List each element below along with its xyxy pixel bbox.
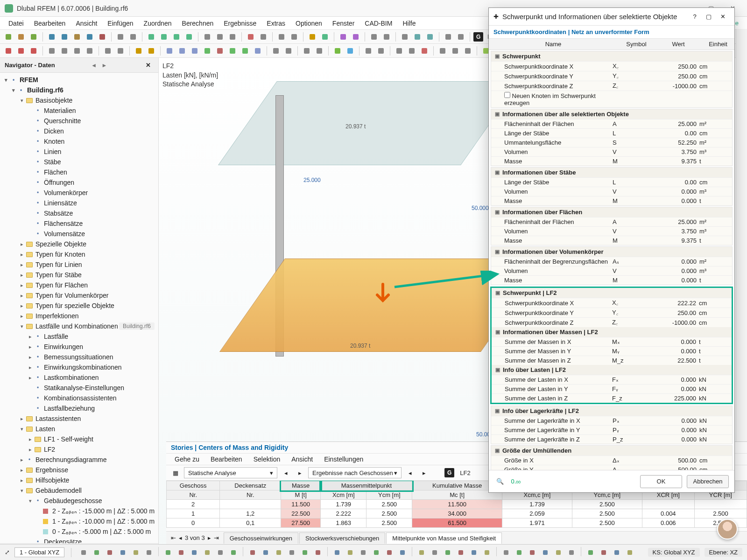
status-tool-26[interactable] [442, 547, 453, 558]
toolbar-btn-tb1-10[interactable] [115, 31, 126, 42]
status-tool-2[interactable] [104, 547, 115, 558]
status-tool-20[interactable] [358, 547, 369, 558]
toolbar-btn-tb2-24[interactable] [270, 45, 282, 56]
toolbar-btn-tb1-7[interactable] [84, 31, 95, 42]
status-tool-6[interactable] [162, 547, 174, 558]
section-informationen-ber-volumenk-rper[interactable]: ▣Informationen über Volumenkörper [491, 247, 732, 257]
menu-einfügen[interactable]: Einfügen [103, 18, 138, 28]
results-menu-gehe zu[interactable]: Gehe zu [170, 455, 204, 464]
tree-liniens-tze[interactable]: •Liniensätze [1, 198, 157, 208]
menu-ansicht[interactable]: Ansicht [71, 18, 102, 28]
status-tool-7[interactable] [176, 547, 187, 558]
navigator-next-icon[interactable]: ▸ [99, 62, 109, 69]
dialog-max-icon[interactable]: ▢ [702, 13, 716, 20]
dialog-help-icon[interactable]: ? [688, 13, 702, 20]
status-tool-29[interactable] [481, 547, 493, 558]
toolbar-btn-tb1-32[interactable] [350, 31, 361, 42]
tree-berechnungsdiagramme[interactable]: ▸•Berechnungsdiagramme [1, 455, 157, 465]
status-tool-1[interactable] [91, 547, 102, 558]
tree-einwirkungskombinationen[interactable]: ▸•Einwirkungskombinationen [1, 362, 157, 372]
toolbar-btn-tb2-19[interactable] [214, 45, 226, 56]
toolbar-btn-tb2-20[interactable] [227, 45, 238, 56]
toolbar-btn-tb1-31[interactable] [338, 31, 349, 42]
tree-1-z-10-000-m-z-5-000-m[interactable]: 1 - Zₒᵦₑₙ : -10.000 m | ΔZ : 5.000 m [1, 516, 157, 526]
section-informationen-ber-massen-lf2[interactable]: ▣Informationen über Massen | LF2 [492, 327, 732, 337]
menu-optionen[interactable]: Optionen [291, 18, 327, 28]
toolbar-btn-tb2-10[interactable] [115, 45, 126, 56]
tree-building-rf6[interactable]: ▾•Building.rf6 [1, 85, 157, 95]
tree-lastassistenten[interactable]: ▸Lastassistenten [1, 413, 157, 424]
status-tool-32[interactable] [527, 547, 538, 558]
toolbar-btn-tb2-12[interactable] [133, 45, 144, 56]
results-menu-selektion[interactable]: Selektion [249, 455, 285, 464]
status-tool-3[interactable] [117, 547, 128, 558]
toolbar-btn-tb1-1[interactable] [15, 31, 27, 42]
create-node-checkbox[interactable] [504, 92, 510, 98]
toolbar-btn-tb1-28[interactable] [307, 31, 318, 42]
status-tool-0[interactable] [78, 547, 89, 558]
toolbar-btn-tb1-16[interactable] [183, 31, 195, 42]
status-tool-38[interactable] [611, 547, 622, 558]
toolbar-btn-tb2-42[interactable] [462, 45, 473, 56]
tree-typen-f-r-spezielle-objekte[interactable]: ▸Typen für spezielle Objekte [1, 301, 157, 311]
story-results-combo[interactable]: Ergebnisse nach Geschossen▾ [308, 467, 402, 478]
section-informationen-ber-alle-selektierten-obje[interactable]: ▣Informationen über alle selektierten Ob… [491, 109, 732, 119]
tree-ergebnisse[interactable]: ▸Ergebnisse [1, 465, 157, 475]
status-tool-23[interactable] [397, 547, 408, 558]
menu-datei[interactable]: Datei [4, 18, 28, 28]
toolbar-btn-tb1-20[interactable] [227, 31, 238, 42]
tree-lastf-lle[interactable]: ▸•Lastfälle [1, 331, 157, 342]
toolbar-btn-tb1-0[interactable] [3, 31, 14, 42]
tree-lastf-lle-und-kombinationen[interactable]: ▾Lastfälle und KombinationenBuilding.rf6 [1, 321, 157, 331]
toolbar-btn-tb2-13[interactable] [146, 45, 157, 56]
toolbar-btn-tb2-25[interactable] [283, 45, 294, 56]
status-tool-22[interactable] [384, 547, 395, 558]
status-tool-17[interactable] [312, 547, 324, 558]
status-tool-27[interactable] [455, 547, 466, 558]
pager[interactable]: ⇤◂3 von 3▸⇥ [166, 534, 224, 541]
results-tab-0[interactable]: Geschosseinwirkungen [224, 532, 298, 544]
toolbar-btn-tb1-41[interactable] [443, 31, 454, 42]
status-tool-24[interactable] [416, 547, 427, 558]
toolbar-btn-tb1-5[interactable] [59, 31, 70, 42]
nav-next2-icon[interactable]: ▸ [418, 467, 430, 478]
toolbar-btn-tb2-6[interactable] [71, 45, 83, 56]
status-tool-4[interactable] [130, 547, 141, 558]
status-tool-12[interactable] [247, 547, 258, 558]
tree-spezielle-objekte[interactable]: ▸Spezielle Objekte [1, 239, 157, 249]
status-tool-25[interactable] [429, 547, 440, 558]
toolbar-btn-tb1-2[interactable] [28, 31, 39, 42]
ok-button[interactable]: OK [640, 475, 682, 488]
footer-units-icon[interactable]: 0.₀₀ [510, 476, 521, 487]
toolbar-btn-tb1-15[interactable] [171, 31, 182, 42]
section-gr-e-der-umh-llenden[interactable]: ▣Größe der Umhüllenden [491, 446, 732, 455]
status-tool-11[interactable] [228, 547, 239, 558]
status-tool-5[interactable] [143, 547, 155, 558]
tree-stabs-tze[interactable]: •Stabsätze [1, 208, 157, 218]
toolbar-btn-tb1-35[interactable] [381, 31, 392, 42]
status-tool-35[interactable] [566, 547, 577, 558]
tree-st-be[interactable]: •Stäbe [1, 157, 157, 167]
results-menu-einstellungen[interactable]: Einstellungen [319, 455, 368, 464]
toolbar-btn-tb1-25[interactable] [276, 31, 287, 42]
toolbar-btn-tb1-38[interactable] [412, 31, 423, 42]
results-tab-2[interactable]: Mittelpunkte von Masse und Steifigkeit [386, 532, 502, 544]
results-icon-btn[interactable]: ▦ [170, 467, 181, 478]
toolbar-btn-tb1-11[interactable] [127, 31, 139, 42]
toolbar-btn-tb2-15[interactable] [164, 45, 175, 56]
toolbar-btn-tb2-38[interactable] [419, 45, 430, 56]
cancel-button[interactable]: Abbrechen [687, 475, 729, 488]
toolbar-btn-tb2-1[interactable] [15, 45, 27, 56]
menu-zuordnen[interactable]: Zuordnen [139, 18, 176, 28]
status-tool-34[interactable] [553, 547, 564, 558]
tree-lastkombinationen[interactable]: ▸•Lastkombinationen [1, 372, 157, 383]
tree-kombinationsassistenten[interactable]: •Kombinationsassistenten [1, 393, 157, 403]
toolbar-btn-tb2-41[interactable] [450, 45, 461, 56]
status-tool-30[interactable] [500, 547, 512, 558]
toolbar-btn-tb2-30[interactable] [332, 45, 343, 56]
toolbar-btn-tb1-22[interactable] [245, 31, 256, 42]
navigator-tree[interactable]: ▾•RFEM▾•Building.rf6▾Basisobjekte•Materi… [0, 73, 158, 543]
status-tool-10[interactable] [215, 547, 226, 558]
toolbar-btn-tb2-5[interactable] [59, 45, 70, 56]
section-informationen-ber-fl-chen[interactable]: ▣Informationen über Flächen [491, 207, 732, 217]
